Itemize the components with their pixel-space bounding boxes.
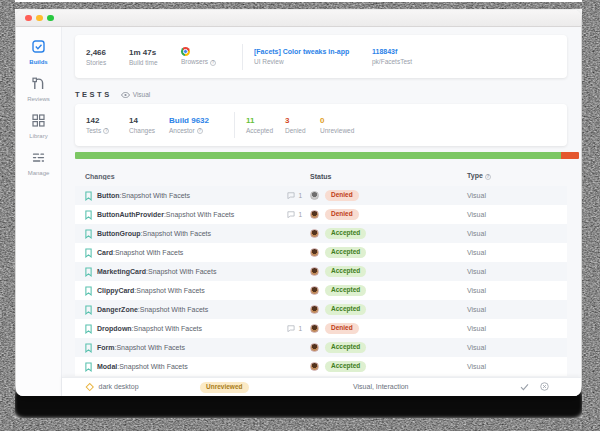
table-row[interactable]: ButtonGroup:Snapshot With FacetsAccepted… (75, 224, 567, 243)
build-subtitle: UI Review (254, 58, 372, 65)
main-panel: 2,466 Stories 1m 47s Build time Browsers… (62, 27, 581, 396)
tests-summary-card: 142 Tests 14 Changes Build 9632 Ancestor… (75, 104, 567, 146)
sidebar-item-reviews[interactable]: Reviews (27, 76, 50, 102)
comment-count: 1 (298, 192, 302, 199)
chrome-browser-icon (181, 47, 190, 56)
tests-section-title: TESTS (75, 90, 112, 99)
footer-test-types: Visual, Interaction (353, 383, 409, 390)
bookmark-icon (85, 362, 92, 372)
reviews-icon (32, 76, 45, 94)
table-row[interactable]: Button:Snapshot With Facets1DeniedVisual (75, 186, 567, 205)
sidebar-item-library[interactable]: Library (29, 113, 47, 139)
check-icon[interactable] (520, 383, 529, 391)
manage-icon (32, 150, 45, 168)
comment-icon (287, 211, 295, 219)
bookmark-icon (85, 248, 92, 258)
app-window: BuildsReviewsLibraryManage 2,466 Stories… (16, 10, 581, 396)
progress-denied-segment (561, 152, 579, 159)
unreviewed-value: 0 (320, 116, 370, 125)
status-badge: Accepted (325, 266, 366, 277)
accepted-value: 11 (246, 116, 285, 125)
comment-count: 1 (298, 325, 302, 332)
table-row[interactable]: ButtonAuthProvider:Snapshot With Facets1… (75, 205, 567, 224)
reviewer-avatar (310, 210, 319, 219)
noise-border-left (0, 0, 15, 431)
sidebar-item-builds[interactable]: Builds (29, 39, 47, 65)
sidebar-item-label: Builds (29, 59, 47, 65)
stories-label: Stories (86, 59, 129, 66)
column-type: Type (467, 172, 483, 179)
footer-status-badge: Unreviewed (200, 382, 249, 393)
bookmark-icon (85, 324, 92, 334)
changes-table: Changes Status Type Button:Snapshot With… (75, 166, 567, 377)
viewport-selector[interactable]: dark desktop (87, 383, 139, 390)
close-window-button[interactable] (25, 15, 32, 22)
ancestor-label: Ancestor (169, 127, 195, 134)
table-row[interactable]: Modal:Snapshot With FacetsAcceptedVisual (75, 357, 567, 376)
sidebar: BuildsReviewsLibraryManage (16, 27, 62, 396)
comment-icon (287, 325, 295, 333)
help-icon[interactable] (103, 128, 109, 134)
build-summary-card: 2,466 Stories 1m 47s Build time Browsers… (75, 35, 567, 78)
zoom-window-button[interactable] (47, 15, 54, 22)
type-cell: Visual (467, 306, 567, 313)
change-name: Dropdown:Snapshot With Facets (97, 325, 202, 332)
build-title-link[interactable]: [Facets] Color tweaks in-app (254, 48, 372, 56)
bookmark-icon (85, 229, 92, 239)
ancestor-build-link[interactable]: Build 9632 (169, 116, 223, 125)
type-cell: Visual (467, 325, 567, 332)
sidebar-item-label: Reviews (27, 96, 50, 102)
snapshot-footer-bar: dark desktop Unreviewed Visual, Interact… (62, 377, 581, 396)
column-changes: Changes (75, 173, 270, 180)
test-rows: Button:Snapshot With Facets1DeniedVisual… (75, 186, 567, 376)
type-cell: Visual (467, 192, 567, 199)
table-row[interactable]: Dropdown:Snapshot With Facets1DeniedVisu… (75, 319, 567, 338)
status-badge: Accepted (325, 228, 366, 239)
help-icon[interactable] (485, 174, 491, 180)
builds-icon (32, 39, 45, 57)
review-progress-bar (75, 152, 579, 159)
reviewer-avatar (310, 305, 319, 314)
unreviewed-label: Unreviewed (320, 127, 370, 134)
stat-tests: 142 Tests (86, 116, 129, 135)
noise-border-bottom (0, 418, 600, 431)
window-titlebar (16, 10, 581, 27)
library-icon (32, 113, 45, 131)
noise-border-top (0, 2, 600, 9)
type-cell: Visual (467, 211, 567, 218)
status-badge: Denied (325, 209, 359, 220)
help-icon[interactable] (210, 60, 216, 66)
stat-unreviewed: 0 Unreviewed (320, 116, 370, 134)
change-name: ClippyCard:Snapshot With Facets (97, 287, 205, 294)
stat-denied: 3 Denied (285, 116, 320, 134)
minimize-window-button[interactable] (36, 15, 43, 22)
status-badge: Accepted (325, 247, 366, 258)
changes-label: Changes (129, 127, 169, 134)
commit-repo: pk/FacetsTest (372, 58, 412, 65)
commit-hash-link[interactable]: 118843f (372, 48, 412, 56)
table-row[interactable]: Form:Snapshot With FacetsAcceptedVisual (75, 338, 567, 357)
bookmark-icon (85, 210, 92, 220)
visual-filter-label: Visual (133, 91, 151, 98)
change-name: ButtonAuthProvider:Snapshot With Facets (97, 211, 234, 218)
change-name: Form:Snapshot With Facets (97, 344, 185, 351)
sidebar-item-manage[interactable]: Manage (28, 150, 50, 176)
bookmark-icon (85, 343, 92, 353)
sidebar-item-label: Library (29, 133, 47, 139)
table-row[interactable]: MarketingCard:Snapshot With FacetsAccept… (75, 262, 567, 281)
table-row[interactable]: ClippyCard:Snapshot With FacetsAcceptedV… (75, 281, 567, 300)
table-row[interactable]: DangerZone:Snapshot With FacetsAcceptedV… (75, 300, 567, 319)
visual-filter-toggle[interactable]: Visual (121, 91, 151, 98)
help-icon[interactable] (197, 128, 203, 134)
stories-value: 2,466 (86, 48, 129, 57)
reviewer-avatar (310, 267, 319, 276)
reviewer-avatar (310, 286, 319, 295)
status-badge: Denied (325, 190, 359, 201)
tests-value: 142 (86, 116, 129, 125)
tests-label: Tests (86, 127, 101, 134)
table-row[interactable]: Card:Snapshot With FacetsAcceptedVisual (75, 243, 567, 262)
change-name: Modal:Snapshot With Facets (97, 363, 188, 370)
bookmark-icon (85, 267, 92, 277)
change-name: ButtonGroup:Snapshot With Facets (97, 230, 211, 237)
dismiss-circle-icon[interactable] (540, 382, 549, 391)
